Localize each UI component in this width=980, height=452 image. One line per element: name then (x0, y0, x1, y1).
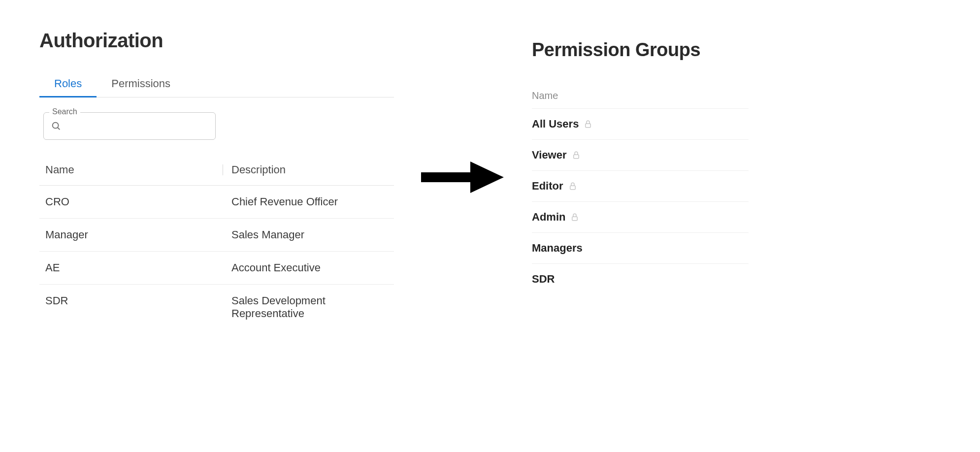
arrow-zone (414, 30, 512, 197)
table-row[interactable]: SDR Sales Development Representative (39, 285, 394, 330)
table-header: Name Description (39, 155, 394, 186)
group-row[interactable]: Admin (532, 202, 749, 233)
column-description-label: Description (231, 163, 286, 176)
group-row[interactable]: All Users (532, 109, 749, 140)
svg-rect-6 (572, 217, 578, 221)
cell-name: Manager (45, 228, 223, 241)
cell-name: SDR (45, 294, 223, 320)
cell-description: Chief Revenue Officer (223, 195, 388, 208)
search-icon (51, 121, 62, 131)
column-name[interactable]: Name (45, 163, 223, 176)
group-name: Viewer (532, 149, 567, 161)
svg-marker-2 (421, 161, 504, 193)
cell-description: Sales Development Representative (223, 294, 388, 320)
group-name: SDR (532, 273, 555, 286)
cell-name: AE (45, 261, 223, 274)
lock-icon (584, 120, 592, 129)
search-box[interactable] (43, 112, 216, 140)
group-row[interactable]: Editor (532, 171, 749, 202)
tabs: Roles Permissions (39, 71, 394, 97)
search-field: Search (43, 112, 216, 140)
permission-groups-title: Permission Groups (532, 39, 749, 61)
authorization-panel: Authorization Roles Permissions Search N… (39, 30, 394, 330)
svg-rect-3 (586, 124, 591, 128)
lock-icon (570, 213, 579, 222)
cell-name: CRO (45, 195, 223, 208)
lock-icon (568, 182, 577, 191)
search-input[interactable] (66, 121, 208, 131)
column-separator (223, 164, 223, 175)
permission-groups-panel: Permission Groups Name All Users Viewer … (532, 30, 749, 294)
cell-description: Sales Manager (223, 228, 388, 241)
svg-rect-5 (570, 186, 575, 190)
table-row[interactable]: CRO Chief Revenue Officer (39, 186, 394, 219)
lock-icon (572, 151, 581, 160)
group-row[interactable]: SDR (532, 264, 749, 294)
cell-description: Account Executive (223, 261, 388, 274)
table-row[interactable]: Manager Sales Manager (39, 219, 394, 252)
column-description[interactable]: Description (223, 163, 388, 176)
tab-roles[interactable]: Roles (39, 71, 97, 97)
group-row[interactable]: Viewer (532, 140, 749, 171)
table-row[interactable]: AE Account Executive (39, 252, 394, 285)
group-name: Admin (532, 211, 565, 224)
arrow-right-icon (421, 158, 505, 197)
group-name: All Users (532, 118, 579, 130)
pg-column-name: Name (532, 90, 749, 109)
svg-rect-4 (573, 155, 579, 159)
search-label: Search (49, 107, 80, 116)
group-row[interactable]: Managers (532, 233, 749, 264)
group-name: Managers (532, 242, 583, 255)
roles-table: Name Description CRO Chief Revenue Offic… (39, 155, 394, 330)
tab-permissions[interactable]: Permissions (97, 71, 185, 97)
svg-line-1 (58, 128, 60, 129)
group-name: Editor (532, 180, 563, 193)
page-title: Authorization (39, 30, 394, 52)
svg-point-0 (53, 123, 59, 129)
